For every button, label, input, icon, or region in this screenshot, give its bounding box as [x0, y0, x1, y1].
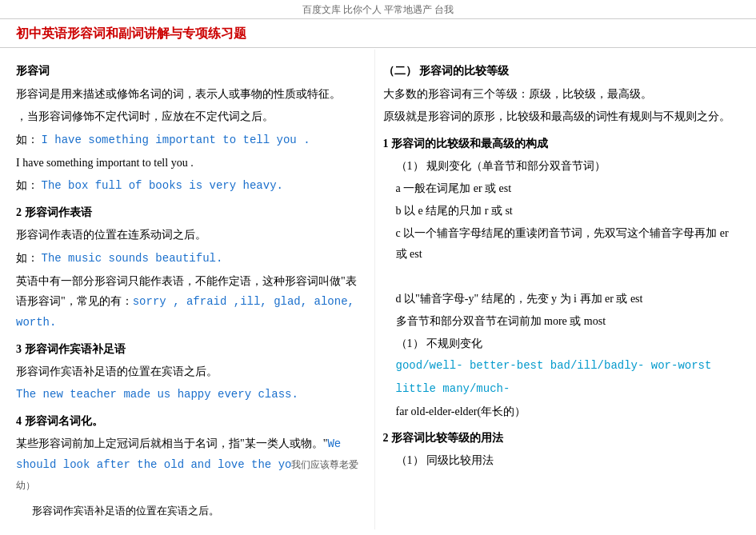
- ex4-code: The new teacher made us happy every clas…: [16, 385, 366, 405]
- r-1-title: 1 形容词的比较级和最高级的构成: [383, 134, 740, 154]
- ex1-line: 如： I have something important to tell yo…: [16, 130, 366, 150]
- r-sec2-title: （二） 形容词的比较等级: [383, 61, 740, 81]
- r-1-1: （1） 规则变化（单音节和部分双音节词）: [383, 156, 740, 176]
- r-1-2: （1） 不规则变化: [383, 333, 740, 353]
- ex1-label: 如：: [16, 134, 38, 146]
- r-2-title: 2 形容词比较等级的用法: [383, 428, 740, 448]
- r-d: d 以"辅音字母-y" 结尾的，先变 y 为 i 再加 er 或 est: [383, 289, 740, 309]
- r-irreg3: far old-elder-elder(年长的）: [383, 401, 740, 421]
- r-intro: 大多数的形容词有三个等级：原级，比较级，最高级。: [383, 84, 740, 104]
- r-c: c 以一个辅音字母结尾的重读闭音节词，先双写这个辅音字母再加 er 或 est: [383, 223, 740, 263]
- top-bar: 百度文库 比你个人 平常地遇产 台我: [0, 0, 756, 19]
- ex2-code: The box full of books is very heavy.: [42, 179, 283, 192]
- right-column: （二） 形容词的比较等级 大多数的形容词有三个等级：原级，比较级，最高级。 原级…: [374, 50, 748, 529]
- sec4-title: 4 形容词名词化。: [16, 411, 366, 431]
- ex3-line: 如： The music sounds beautiful.: [16, 248, 366, 269]
- ex1-code: I have something important to tell you .: [42, 134, 310, 146]
- ex2-label: 如：: [16, 179, 38, 191]
- r-b: b 以 e 结尾的只加 r 或 st: [383, 201, 740, 221]
- r-multi: 多音节和部分双音节在词前加 more 或 most: [383, 311, 740, 331]
- def-text: 形容词是用来描述或修饰名词的词，表示人或事物的性质或特征。: [16, 84, 366, 104]
- ex2-line: 如： The box full of books is very heavy.: [16, 175, 366, 196]
- rule1-text: ，当形容词修饰不定代词时，应放在不定代词之后。: [16, 106, 366, 126]
- r-2-1: （1） 同级比较用法: [383, 450, 740, 470]
- intro-label: 形容词: [16, 61, 366, 81]
- r-a: a 一般在词尾加 er 或 est: [383, 178, 740, 198]
- sec3-title: 3 形容词作宾语补足语: [16, 339, 366, 359]
- ex3-label: 如：: [16, 252, 38, 264]
- sec2-note: 英语中有一部分形容词只能作表语，不能作定语，这种形容词叫做"表语形容词"，常见的…: [16, 271, 366, 333]
- r-def: 原级就是形容词的原形，比较级和最高级的词性有规则与不规则之分。: [383, 106, 740, 126]
- r-irreg1: good/well- better-best bad/ill/badly- wo…: [383, 356, 740, 376]
- sec4-def: 某些形容词前加上定冠词后就相当于名词，指"某一类人或物。"We should l…: [16, 433, 366, 496]
- topbar-text: 百度文库 比你个人 平常地遇产 台我: [302, 4, 454, 15]
- r-irreg2: little many/much-: [383, 379, 740, 399]
- page-number: 形容词作宾语补足语的位置在宾语之后。: [16, 498, 366, 523]
- rule2-text: I have something important to tell you .: [16, 153, 366, 173]
- sec2-title: 2 形容词作表语: [16, 202, 366, 222]
- ex3-code: The music sounds beautiful.: [42, 252, 223, 265]
- left-column: 形容词 形容词是用来描述或修饰名词的词，表示人或事物的性质或特征。 ，当形容词修…: [8, 50, 374, 529]
- sec2-def: 形容词作表语的位置在连系动词之后。: [16, 225, 366, 245]
- main-title: 初中英语形容词和副词讲解与专项练习题: [0, 19, 756, 46]
- sec3-def: 形容词作宾语补足语的位置在宾语之后。: [16, 361, 366, 381]
